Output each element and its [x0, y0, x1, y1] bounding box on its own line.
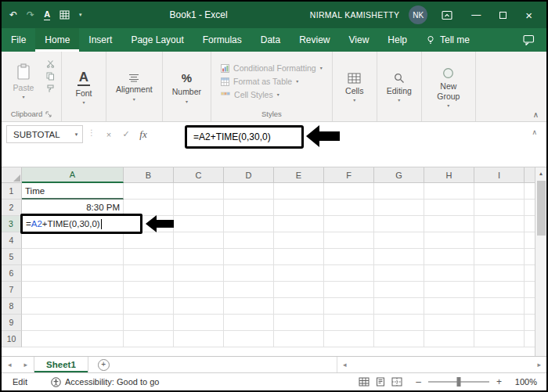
scroll-up-icon[interactable]: ▲	[539, 167, 543, 179]
cell-styles-button[interactable]: Cell Styles ▾	[215, 88, 329, 101]
zoom-out-button[interactable]: –	[416, 376, 421, 387]
table-icon[interactable]	[59, 10, 70, 20]
cell-E5[interactable]	[274, 249, 324, 265]
dialog-launcher-icon[interactable]	[45, 111, 52, 117]
cell-F3[interactable]	[324, 216, 374, 232]
underline-icon[interactable]: A	[44, 9, 50, 20]
tab-insert[interactable]: Insert	[79, 28, 121, 52]
cell-F8[interactable]	[324, 298, 374, 315]
cell-D7[interactable]	[224, 282, 274, 298]
zoom-slider[interactable]	[428, 381, 489, 383]
cell-C2[interactable]	[174, 200, 224, 216]
cell-H4[interactable]	[424, 232, 474, 249]
cell-C9[interactable]	[174, 315, 224, 331]
cell-D2[interactable]	[224, 200, 274, 216]
cell-D10[interactable]	[224, 331, 274, 347]
row-header-3[interactable]: 3	[2, 216, 22, 232]
font-button[interactable]: A Font ▾	[65, 54, 103, 121]
cell-I4[interactable]	[474, 232, 525, 249]
cell-B1[interactable]	[124, 183, 174, 200]
formula-bar-collapse-icon[interactable]: ∧	[532, 125, 542, 136]
column-header-h[interactable]: H	[424, 167, 474, 183]
zoom-slider-thumb[interactable]	[456, 377, 460, 387]
customize-qat-icon[interactable]: ▾	[79, 12, 82, 18]
zoom-percentage[interactable]: 100%	[509, 377, 537, 387]
row-header-8[interactable]: 8	[2, 298, 22, 315]
cell-A7[interactable]	[22, 282, 124, 298]
cell-I9[interactable]	[474, 315, 525, 331]
format-as-table-button[interactable]: Format as Table ▾	[215, 75, 329, 88]
cell-H1[interactable]	[424, 183, 474, 200]
cell-F5[interactable]	[324, 249, 374, 265]
cell-G6[interactable]	[374, 265, 424, 282]
conditional-formatting-button[interactable]: Conditional Formatting ▾	[215, 62, 329, 74]
row-header-2[interactable]: 2	[2, 200, 22, 216]
active-cell-edit-box[interactable]: =A2+TIME(0,30,0)	[20, 214, 142, 234]
avatar[interactable]: NK	[409, 5, 427, 24]
cell-A3[interactable]: =A2+TIME(0,30,0)	[22, 216, 124, 232]
alignment-button[interactable]: Alignment ▾	[110, 54, 159, 121]
cell-E1[interactable]	[274, 183, 324, 200]
cell-G7[interactable]	[374, 282, 424, 298]
cell-C7[interactable]	[174, 282, 224, 298]
cell-F4[interactable]	[324, 232, 374, 249]
cell-H3[interactable]	[424, 216, 474, 232]
cell-F10[interactable]	[324, 331, 374, 347]
cell-C4[interactable]	[174, 232, 224, 249]
formula-input[interactable]: =A2+TIME(0,30,0)	[185, 125, 304, 149]
column-header-g[interactable]: G	[374, 167, 424, 183]
cell-A5[interactable]	[22, 249, 124, 265]
cell-I5[interactable]	[474, 249, 525, 265]
row-header-10[interactable]: 10	[2, 331, 22, 347]
cell-I7[interactable]	[474, 282, 525, 298]
new-sheet-button[interactable]: +	[98, 359, 110, 371]
maximize-button[interactable]	[499, 12, 507, 19]
cell-E10[interactable]	[274, 331, 324, 347]
row-header-1[interactable]: 1	[2, 183, 22, 200]
cell-G2[interactable]	[374, 200, 424, 216]
tab-view[interactable]: View	[340, 28, 379, 52]
cancel-button[interactable]: ×	[100, 125, 117, 143]
cell-E3[interactable]	[274, 216, 324, 232]
tab-formulas[interactable]: Formulas	[193, 28, 251, 52]
editing-button[interactable]: Editing ▾	[380, 54, 418, 121]
column-header-a[interactable]: A	[22, 167, 124, 183]
hscroll-left-icon[interactable]: ◂	[337, 361, 352, 369]
cell-H6[interactable]	[424, 265, 474, 282]
cell-H7[interactable]	[424, 282, 474, 298]
cell-A8[interactable]	[22, 298, 124, 315]
cell-I6[interactable]	[474, 265, 525, 282]
new-group-button[interactable]: New Group ▾	[425, 54, 472, 121]
cell-E6[interactable]	[274, 265, 324, 282]
cell-E2[interactable]	[274, 200, 324, 216]
hscroll-right-icon[interactable]: ▸	[532, 361, 546, 369]
cut-icon[interactable]	[46, 59, 55, 68]
cell-F6[interactable]	[324, 265, 374, 282]
cell-C10[interactable]	[174, 331, 224, 347]
cell-G4[interactable]	[374, 232, 424, 249]
cell-E7[interactable]	[274, 282, 324, 298]
cell-D6[interactable]	[224, 265, 274, 282]
column-header-b[interactable]: B	[124, 167, 174, 183]
cell-H9[interactable]	[424, 315, 474, 331]
vertical-scrollbar[interactable]: ▲	[535, 167, 546, 356]
sheet-tab-sheet1[interactable]: Sheet1	[34, 357, 88, 372]
close-button[interactable]: ×	[525, 9, 532, 22]
tab-file[interactable]: File	[2, 28, 35, 52]
cell-D1[interactable]	[224, 183, 274, 200]
cell-I8[interactable]	[474, 298, 525, 315]
column-header-c[interactable]: C	[174, 167, 224, 183]
cell-B6[interactable]	[124, 265, 174, 282]
row-header-5[interactable]: 5	[2, 249, 22, 265]
cell-F9[interactable]	[324, 315, 374, 331]
row-header-9[interactable]: 9	[2, 315, 22, 331]
cell-I10[interactable]	[474, 331, 525, 347]
cell-H5[interactable]	[424, 249, 474, 265]
cell-G1[interactable]	[374, 183, 424, 200]
cell-C1[interactable]	[174, 183, 224, 200]
horizontal-scrollbar[interactable]: ◂ ▸	[337, 357, 546, 372]
undo-icon[interactable]: ↶	[9, 9, 17, 20]
cell-A10[interactable]	[22, 331, 124, 347]
cell-I2[interactable]	[474, 200, 525, 216]
vertical-scroll-thumb[interactable]	[537, 181, 546, 236]
